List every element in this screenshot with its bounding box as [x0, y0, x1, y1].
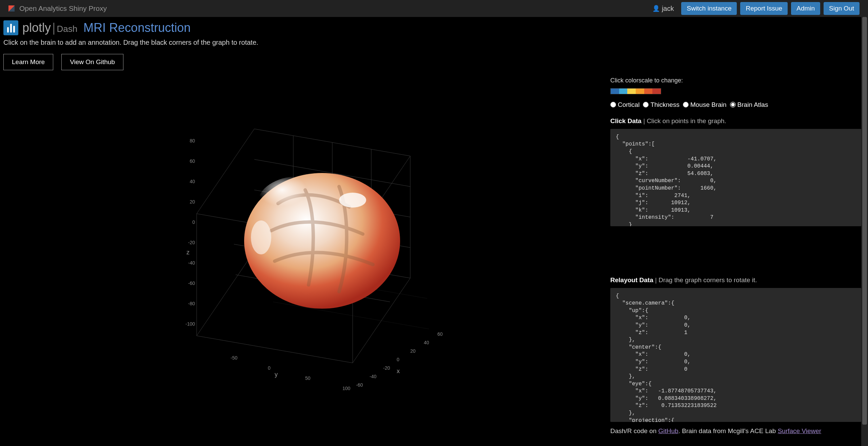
- svg-line-3: [197, 251, 254, 336]
- brand-plotly: plotly: [22, 21, 51, 35]
- relayout-data-heading: Relayout Data | Drag the graph corners t…: [610, 276, 861, 284]
- radio-option-brain-atlas[interactable]: Brain Atlas: [730, 101, 768, 109]
- svg-text:20: 20: [410, 348, 416, 354]
- radio-input[interactable]: [730, 102, 736, 108]
- report-issue-button[interactable]: Report Issue: [740, 2, 788, 15]
- relayout-data-output: { "scene.camera":{ "up":{ "x": 0, "y": 0…: [610, 288, 861, 422]
- brain-3d-plot[interactable]: z y x 80 60 40 20 0 -20 -40 -60 -80 -100: [3, 74, 607, 435]
- user-indicator[interactable]: 👤 jack: [652, 5, 674, 13]
- brand-text: plotly | Dash: [22, 21, 77, 35]
- svg-text:50: 50: [305, 375, 311, 381]
- svg-text:-40: -40: [370, 374, 376, 379]
- switch-instance-button[interactable]: Switch instance: [681, 2, 737, 15]
- colorscale-selector[interactable]: [610, 88, 661, 94]
- click-data-output: { "points":[ { "x": -41.0707, "y": 0.004…: [610, 129, 861, 226]
- svg-text:-80: -80: [188, 301, 195, 306]
- svg-text:60: 60: [437, 331, 443, 337]
- footer-surface-viewer-link[interactable]: Surface Viewer: [778, 427, 822, 434]
- dataset-radio-group: CorticalThicknessMouse BrainBrain Atlas: [610, 101, 861, 109]
- svg-point-16: [339, 193, 366, 208]
- svg-line-0: [197, 129, 254, 214]
- svg-text:-20: -20: [383, 365, 390, 371]
- app-title: Open Analytics Shiny Proxy: [19, 4, 107, 13]
- svg-point-17: [251, 220, 271, 254]
- radio-label: Brain Atlas: [737, 101, 768, 109]
- x-axis-label: x: [397, 368, 400, 374]
- page-scrollbar[interactable]: [861, 17, 868, 446]
- radio-option-cortical[interactable]: Cortical: [610, 101, 639, 109]
- radio-option-mouse-brain[interactable]: Mouse Brain: [683, 101, 727, 109]
- svg-text:0: 0: [397, 357, 399, 362]
- z-axis-ticks: 80 60 40 20 0 -20 -40 -60 -80 -100: [185, 138, 195, 327]
- learn-more-button[interactable]: Learn More: [3, 54, 53, 70]
- footer-github-link[interactable]: GitHub: [658, 427, 678, 434]
- svg-text:0: 0: [268, 365, 271, 371]
- svg-text:-20: -20: [188, 240, 195, 245]
- x-axis-ticks: -60 -40 -20 0 20 40 60: [356, 331, 443, 388]
- user-icon: 👤: [652, 5, 660, 12]
- colorscale-swatch[interactable]: [611, 89, 619, 94]
- svg-text:20: 20: [190, 199, 195, 205]
- brand-dash: Dash: [57, 24, 77, 34]
- z-axis-label: z: [186, 249, 190, 256]
- page-header: plotly | Dash MRI Reconstruction Click o…: [0, 17, 868, 70]
- svg-text:40: 40: [190, 179, 195, 184]
- radio-option-thickness[interactable]: Thickness: [643, 101, 679, 109]
- svg-text:-40: -40: [188, 260, 195, 266]
- page-subtitle: Click on the brain to add an annotation.…: [3, 39, 865, 46]
- svg-text:0: 0: [192, 219, 195, 225]
- radio-label: Thickness: [650, 101, 679, 109]
- colorscale-swatch[interactable]: [627, 89, 636, 94]
- view-on-github-button[interactable]: View On Github: [61, 54, 123, 70]
- svg-line-13: [273, 302, 429, 329]
- radio-label: Mouse Brain: [690, 101, 727, 109]
- admin-button[interactable]: Admin: [791, 2, 820, 15]
- app-logo-icon: [8, 5, 15, 12]
- footer-note: Dash/R code on GitHub. Brain data from M…: [610, 427, 861, 435]
- radio-label: Cortical: [618, 101, 639, 109]
- scrollbar-thumb[interactable]: [862, 17, 867, 425]
- right-panel: Click colorscale to change: CorticalThic…: [610, 74, 865, 435]
- svg-text:40: 40: [424, 340, 429, 345]
- svg-text:-60: -60: [356, 382, 363, 388]
- sign-out-button[interactable]: Sign Out: [824, 2, 860, 15]
- radio-input[interactable]: [643, 102, 649, 108]
- radio-input[interactable]: [610, 102, 616, 108]
- svg-text:-60: -60: [188, 280, 195, 286]
- y-axis-label: y: [275, 371, 278, 378]
- colorscale-swatch[interactable]: [644, 89, 653, 94]
- y-axis-ticks: -50 0 50 100: [231, 355, 351, 391]
- username: jack: [662, 5, 674, 13]
- radio-input[interactable]: [683, 102, 689, 108]
- colorscale-swatch[interactable]: [636, 89, 644, 94]
- plotly-logo-icon: [3, 20, 18, 35]
- svg-point-15: [258, 176, 339, 231]
- click-data-heading: Click Data | Click on points in the grap…: [610, 117, 861, 125]
- svg-text:-50: -50: [231, 355, 237, 361]
- colorscale-swatch[interactable]: [652, 89, 661, 94]
- svg-text:80: 80: [190, 138, 195, 143]
- svg-text:-100: -100: [185, 321, 195, 327]
- page-title: MRI Reconstruction: [83, 21, 191, 35]
- svg-text:60: 60: [190, 158, 195, 164]
- brain-3d-svg: z y x 80 60 40 20 0 -20 -40 -60 -80 -100: [153, 102, 458, 407]
- colorscale-swatch[interactable]: [619, 89, 628, 94]
- top-navbar: Open Analytics Shiny Proxy 👤 jack Switch…: [0, 0, 868, 17]
- svg-text:100: 100: [342, 386, 351, 391]
- colorscale-label: Click colorscale to change:: [610, 77, 861, 84]
